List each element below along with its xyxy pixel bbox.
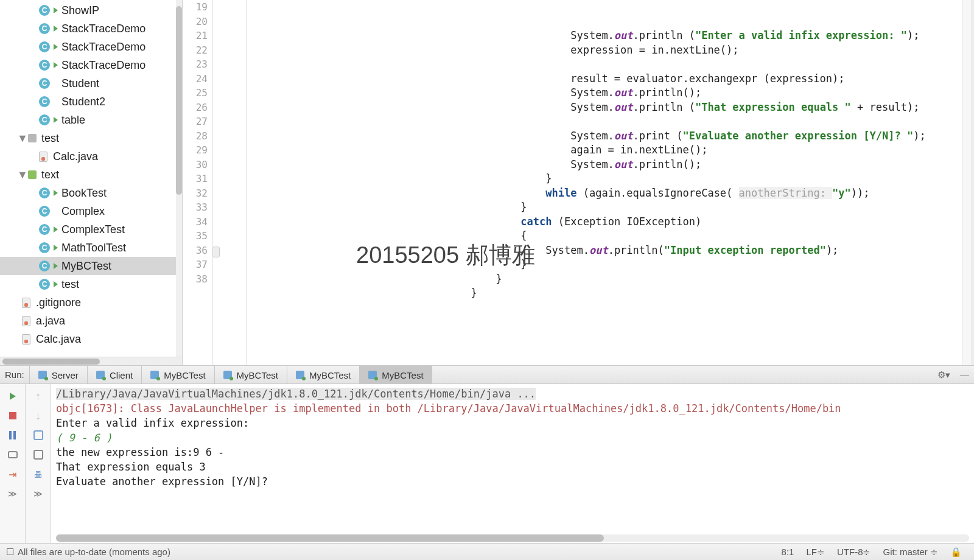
tree-item-label: MyBCTest [61,260,111,273]
run-tabbar: Run: ServerClientMyBCTestMyBCTestMyBCTes… [0,366,974,384]
tree-item-stacktracedemo[interactable]: CStackTraceDemo [0,19,182,38]
run-tab-mybctest[interactable]: MyBCTest [141,366,214,384]
tree-item-a-java[interactable]: a.java [0,312,182,330]
tree-item-label: Calc.java [36,333,81,346]
more-icon[interactable]: ≫ [7,488,19,500]
run-tab-label: MyBCTest [164,370,205,380]
runnable-icon [54,44,58,50]
folder-icon [28,170,37,179]
tree-item-student2[interactable]: CStudent2 [0,93,182,111]
tree-item-label: Student2 [61,96,105,108]
class-icon: C [39,279,50,290]
tree-item-test[interactable]: Ctest [0,275,182,293]
runnable-icon [54,245,58,251]
line-gutter: 1920212223242526272829303132333435363738 [183,0,213,365]
tree-item-test[interactable]: ▼test [0,129,182,147]
tree-item-label: ShowIP [61,4,99,17]
chevron-down-icon: ▼ [17,169,26,181]
pause-icon[interactable] [7,429,19,441]
class-icon: C [39,187,50,198]
tree-item-stacktracedemo[interactable]: CStackTraceDemo [0,38,182,56]
more2-icon[interactable]: ≫ [32,488,44,500]
tree-item--gitignore[interactable]: .gitignore [0,293,182,312]
code-area[interactable]: System.out.println ("Enter a valid infix… [247,0,962,365]
run-config-icon [38,371,47,379]
run-minimize-icon[interactable]: — [955,369,974,380]
console-line: the new expression is:9 6 - [56,445,969,460]
scroll-end-icon[interactable] [32,449,44,461]
folder-icon [28,134,37,142]
runnable-icon [54,7,58,13]
run-tool-col-1: ⇥ ≫ [0,384,26,543]
run-tab-label: MyBCTest [382,370,423,380]
tree-item-complextest[interactable]: CComplexTest [0,220,182,239]
file-icon [22,316,30,326]
class-icon: C [39,78,50,89]
print-icon[interactable]: 🖶 [32,468,44,480]
run-tab-label: Client [110,370,133,380]
tree-item-table[interactable]: Ctable [0,111,182,129]
run-tab-client[interactable]: Client [87,366,141,384]
console-line: Evaluate another expression [Y/N]? [56,474,969,489]
code-editor[interactable]: 1920212223242526272829303132333435363738… [183,0,972,365]
runnable-icon [54,263,58,269]
console-line: Enter a valid infix expression: [56,416,969,430]
up-icon[interactable]: ↑ [32,390,44,402]
run-tool-col-2: ↑ ↓ 🖶 ≫ [26,384,51,543]
runnable-icon [54,117,58,123]
class-icon: C [39,224,50,235]
caret-position[interactable]: 8:1 [776,547,801,557]
sidebar-hscroll[interactable] [0,357,182,365]
dump-threads-icon[interactable] [7,449,19,461]
run-tab-server[interactable]: Server [29,366,87,384]
tree-item-calc-java[interactable]: Calc.java [0,330,182,348]
console-output[interactable]: /Library/Java/JavaVirtualMachines/jdk1.8… [51,384,974,543]
lock-icon[interactable]: 🔒 [944,547,968,558]
status-bar: ☐ All files are up-to-date (moments ago)… [0,543,974,560]
class-icon: C [39,5,50,16]
console-error-line: objc[1673]: Class JavaLaunchHelper is im… [56,401,969,416]
tree-item-label: Calc.java [53,150,98,163]
tree-item-mybctest[interactable]: CMyBCTest [0,257,182,275]
console-hscroll[interactable] [56,534,969,542]
tree-item-stacktracedemo[interactable]: CStackTraceDemo [0,56,182,74]
project-sidebar: CShowIPCStackTraceDemoCStackTraceDemoCSt… [0,0,183,365]
tree-item-label: test [41,132,59,145]
tree-item-calc-java[interactable]: Calc.java [0,147,182,166]
run-tab-mybctest[interactable]: MyBCTest [287,366,359,384]
rerun-icon[interactable] [7,390,19,402]
run-tab-mybctest[interactable]: MyBCTest [359,366,432,384]
softwrap-icon[interactable] [32,429,44,441]
runnable-icon [54,226,58,233]
runnable-icon [54,26,58,32]
encoding[interactable]: UTF-8≑ [831,547,877,558]
run-tab-label: Server [52,370,79,380]
sidebar-vscroll[interactable] [176,0,182,357]
stop-icon[interactable] [7,410,19,422]
runnable-icon [54,190,58,196]
run-settings-icon[interactable]: ⚙▾ [933,369,955,380]
tree-item-label: StackTraceDemo [61,59,145,72]
error-stripe[interactable] [962,0,972,365]
tree-item-mathtooltest[interactable]: CMathToolTest [0,239,182,257]
run-tab-mybctest[interactable]: MyBCTest [214,366,287,384]
run-label: Run: [0,369,29,380]
down-icon[interactable]: ↓ [32,410,44,422]
chevron-down-icon: ▼ [17,132,26,145]
exit-icon[interactable]: ⇥ [7,468,19,480]
run-config-icon [96,371,105,379]
tree-item-booktest[interactable]: CBookTest [0,184,182,202]
fold-handle[interactable] [212,247,220,257]
tree-item-label: table [61,114,85,127]
tree-item-text[interactable]: ▼text [0,166,182,184]
console-line: That expression equals 3 [56,460,969,474]
git-branch[interactable]: Git: master ≑ [877,547,944,558]
tree-item-showip[interactable]: CShowIP [0,1,182,19]
tree-item-label: StackTraceDemo [61,41,145,54]
tree-item-student[interactable]: CStudent [0,74,182,93]
tree-item-label: StackTraceDemo [61,23,145,35]
tree-item-complex[interactable]: CComplex [0,202,182,220]
class-icon: C [39,206,50,217]
class-icon: C [39,114,50,125]
line-ending[interactable]: LF≑ [800,547,831,558]
